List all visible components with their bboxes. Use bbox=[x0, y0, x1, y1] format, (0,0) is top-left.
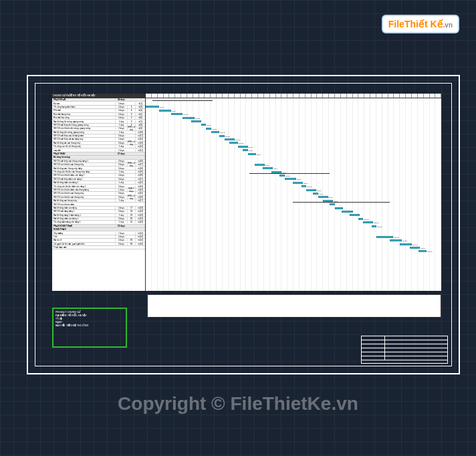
gantt-bar[interactable] bbox=[358, 218, 364, 220]
gantt-bar[interactable] bbox=[211, 131, 220, 133]
gantt-bar[interactable] bbox=[171, 113, 183, 115]
gantt-bar[interactable] bbox=[400, 243, 412, 245]
gantt-bar[interactable] bbox=[201, 124, 207, 126]
drawing-info-box: PROJECT: CHUNG CƯĐỊA ĐIỂM: TỐ HỮU, HÀ NỘ… bbox=[52, 308, 127, 348]
gantt-bar[interactable] bbox=[372, 225, 377, 227]
timeline-ruler bbox=[146, 94, 441, 98]
gantt-grid bbox=[146, 98, 441, 291]
dependency-line bbox=[152, 100, 213, 101]
gantt-bar[interactable] bbox=[306, 189, 316, 191]
gantt-bar[interactable] bbox=[285, 178, 297, 180]
info-line: TỶ LỆ: bbox=[55, 318, 124, 320]
info-line: ĐỊA ĐIỂM: TỐ HỮU, HÀ NỘI bbox=[55, 314, 124, 317]
title-block bbox=[361, 336, 448, 364]
gantt-bar[interactable] bbox=[330, 203, 335, 205]
gantt-bar[interactable] bbox=[243, 149, 248, 151]
task-table-header: CHUNG CƯ ĐƯỜNG TỐ HỮU HÀ NỘI bbox=[52, 94, 145, 98]
gantt-bar[interactable] bbox=[318, 196, 328, 198]
watermark-text: Copyright © FileThietKe.vn bbox=[0, 393, 476, 415]
gantt-bar[interactable] bbox=[219, 135, 225, 137]
gantt-bar[interactable] bbox=[335, 207, 344, 209]
gantt-bar[interactable] bbox=[263, 167, 273, 169]
dependency-line bbox=[249, 173, 330, 174]
gantt-bar[interactable] bbox=[313, 193, 318, 195]
gantt-bar[interactable] bbox=[419, 250, 427, 252]
task-table: CHUNG CƯ ĐƯỜNG TỐ HỮU HÀ NỘI PHẦN NGẦM44… bbox=[52, 94, 146, 291]
gantt-bar[interactable] bbox=[206, 128, 211, 130]
gantt-chart-container[interactable]: CHUNG CƯ ĐƯỜNG TỐ HỮU HÀ NỘI PHẦN NGẦM44… bbox=[52, 94, 441, 291]
logo-mid: Thiết Kế bbox=[404, 19, 443, 29]
gantt-bar[interactable] bbox=[183, 117, 195, 119]
resource-histogram bbox=[147, 294, 441, 318]
gantt-bar[interactable] bbox=[342, 211, 354, 213]
gantt-bar[interactable] bbox=[279, 175, 285, 177]
gantt-bar[interactable] bbox=[225, 138, 235, 140]
logo-prefix: File bbox=[388, 19, 404, 29]
gantt-bar[interactable] bbox=[410, 247, 420, 249]
info-line: BẢN VẼ: TIẾN ĐỘ THI CÔNG bbox=[55, 324, 124, 327]
info-line: PROJECT: CHUNG CƯ bbox=[55, 311, 124, 314]
logo-suffix: .vn bbox=[443, 21, 453, 29]
gantt-bar[interactable] bbox=[248, 153, 257, 155]
gantt-timeline-area[interactable] bbox=[146, 94, 441, 291]
info-line: NGÀY: bbox=[55, 321, 124, 324]
gantt-bar[interactable] bbox=[191, 120, 201, 122]
gantt-bar[interactable] bbox=[293, 182, 303, 184]
gantt-bar[interactable] bbox=[376, 236, 393, 238]
gantt-bar[interactable] bbox=[255, 164, 265, 166]
gantt-bar[interactable] bbox=[363, 221, 373, 223]
gantt-bar[interactable] bbox=[390, 239, 402, 241]
gantt-bar[interactable] bbox=[238, 146, 248, 148]
gantt-bar[interactable] bbox=[159, 110, 171, 112]
dependency-line bbox=[293, 202, 390, 203]
site-logo: FileThiết Kế.vn bbox=[382, 15, 459, 33]
gantt-bar[interactable] bbox=[350, 214, 360, 216]
gantt-body bbox=[146, 98, 441, 291]
task-row[interactable]: Thực hiện sơn bbox=[52, 246, 145, 249]
gantt-bar[interactable] bbox=[146, 106, 159, 108]
gantt-bar[interactable] bbox=[229, 142, 238, 144]
gantt-bar[interactable] bbox=[302, 185, 307, 187]
